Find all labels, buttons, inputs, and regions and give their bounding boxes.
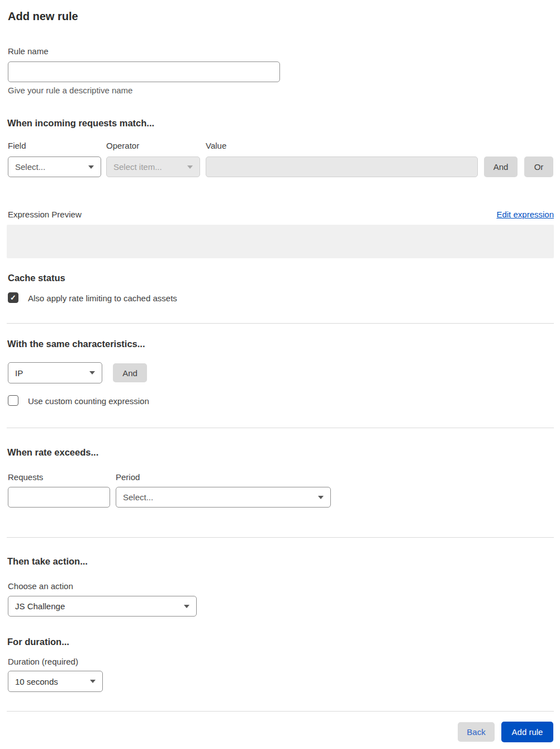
chevron-down-icon xyxy=(184,605,189,608)
cache-assets-checkbox-label: Also apply rate limiting to cached asset… xyxy=(28,293,177,303)
characteristic-select-value: IP xyxy=(15,368,23,378)
and-button-label: And xyxy=(493,162,509,172)
period-label: Period xyxy=(116,472,140,482)
and-button[interactable]: And xyxy=(484,157,518,177)
cache-status-heading: Cache status xyxy=(8,273,65,283)
rate-exceeds-heading: When rate exceeds... xyxy=(7,447,98,458)
add-rule-form: Add new rule Rule name Give your rule a … xyxy=(0,0,560,749)
characteristics-and-button[interactable]: And xyxy=(113,363,147,382)
chevron-down-icon xyxy=(187,165,193,169)
duration-select[interactable]: 10 seconds xyxy=(8,671,103,692)
field-select[interactable]: Select... xyxy=(8,157,101,177)
field-label: Field xyxy=(8,141,26,150)
action-select-value: JS Challenge xyxy=(15,601,65,611)
expression-preview-box xyxy=(7,225,554,258)
rule-name-label: Rule name xyxy=(8,46,49,56)
page-title: Add new rule xyxy=(8,10,78,23)
match-section-heading: When incoming requests match... xyxy=(7,118,154,129)
or-button-label: Or xyxy=(534,162,544,172)
or-button[interactable]: Or xyxy=(524,157,553,177)
for-duration-heading: For duration... xyxy=(7,637,69,647)
chevron-down-icon xyxy=(318,496,324,499)
rule-name-helper: Give your rule a descriptive name xyxy=(8,86,132,95)
characteristic-select[interactable]: IP xyxy=(8,362,102,383)
value-label: Value xyxy=(206,141,226,150)
operator-label: Operator xyxy=(106,141,139,150)
rule-name-input[interactable] xyxy=(8,61,280,82)
period-select[interactable]: Select... xyxy=(116,487,331,508)
requests-label: Requests xyxy=(8,472,43,482)
field-select-value: Select... xyxy=(15,162,45,172)
choose-action-label: Choose an action xyxy=(8,581,73,591)
period-select-value: Select... xyxy=(123,492,153,502)
action-select[interactable]: JS Challenge xyxy=(8,596,197,617)
add-rule-button-label: Add rule xyxy=(512,727,543,737)
expression-preview-label: Expression Preview xyxy=(8,210,82,219)
requests-input[interactable] xyxy=(8,487,110,508)
operator-select-value: Select item... xyxy=(113,162,162,172)
section-divider xyxy=(7,323,554,324)
duration-select-value: 10 seconds xyxy=(15,677,58,686)
value-input[interactable] xyxy=(206,157,478,177)
custom-counting-checkbox[interactable] xyxy=(8,395,18,406)
section-divider xyxy=(7,428,554,428)
section-divider xyxy=(7,537,554,538)
operator-select[interactable]: Select item... xyxy=(106,157,200,177)
duration-label: Duration (required) xyxy=(8,657,78,666)
back-button[interactable]: Back xyxy=(458,722,495,742)
chevron-down-icon xyxy=(88,165,94,169)
cache-assets-checkbox[interactable]: ✓ xyxy=(8,292,18,303)
checkmark-icon: ✓ xyxy=(10,294,16,301)
chevron-down-icon xyxy=(90,680,96,683)
characteristics-heading: With the same characteristics... xyxy=(7,339,145,349)
custom-counting-checkbox-label: Use custom counting expression xyxy=(28,396,149,406)
chevron-down-icon xyxy=(89,371,95,374)
add-rule-button[interactable]: Add rule xyxy=(501,722,553,742)
characteristics-and-label: And xyxy=(122,368,137,378)
back-button-label: Back xyxy=(467,727,485,737)
take-action-heading: Then take action... xyxy=(7,556,88,567)
edit-expression-link[interactable]: Edit expression xyxy=(496,210,554,219)
footer-divider xyxy=(7,711,554,712)
